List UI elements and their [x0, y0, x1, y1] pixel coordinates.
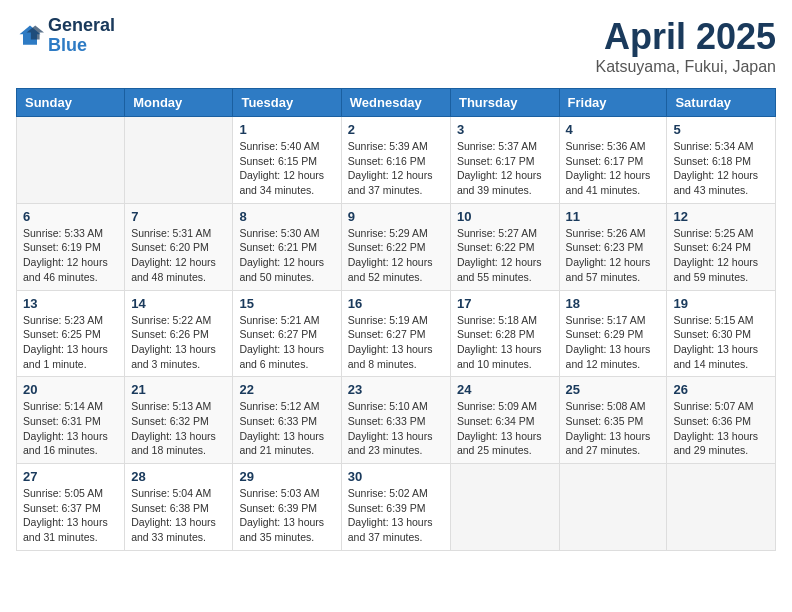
day-info: Sunrise: 5:15 AMSunset: 6:30 PMDaylight:… — [673, 313, 769, 372]
day-info: Sunrise: 5:07 AMSunset: 6:36 PMDaylight:… — [673, 399, 769, 458]
calendar-cell: 26Sunrise: 5:07 AMSunset: 6:36 PMDayligh… — [667, 377, 776, 464]
day-number: 28 — [131, 469, 226, 484]
calendar-cell: 30Sunrise: 5:02 AMSunset: 6:39 PMDayligh… — [341, 464, 450, 551]
calendar-cell — [125, 117, 233, 204]
calendar-table: SundayMondayTuesdayWednesdayThursdayFrid… — [16, 88, 776, 551]
calendar-cell: 6Sunrise: 5:33 AMSunset: 6:19 PMDaylight… — [17, 203, 125, 290]
day-number: 14 — [131, 296, 226, 311]
calendar-cell: 10Sunrise: 5:27 AMSunset: 6:22 PMDayligh… — [450, 203, 559, 290]
day-info: Sunrise: 5:19 AMSunset: 6:27 PMDaylight:… — [348, 313, 444, 372]
day-number: 25 — [566, 382, 661, 397]
day-number: 27 — [23, 469, 118, 484]
calendar-header-row: SundayMondayTuesdayWednesdayThursdayFrid… — [17, 89, 776, 117]
calendar-cell — [667, 464, 776, 551]
day-number: 9 — [348, 209, 444, 224]
day-info: Sunrise: 5:09 AMSunset: 6:34 PMDaylight:… — [457, 399, 553, 458]
day-number: 3 — [457, 122, 553, 137]
col-header-thursday: Thursday — [450, 89, 559, 117]
calendar-cell: 20Sunrise: 5:14 AMSunset: 6:31 PMDayligh… — [17, 377, 125, 464]
calendar-cell: 3Sunrise: 5:37 AMSunset: 6:17 PMDaylight… — [450, 117, 559, 204]
day-number: 20 — [23, 382, 118, 397]
calendar-cell: 9Sunrise: 5:29 AMSunset: 6:22 PMDaylight… — [341, 203, 450, 290]
day-number: 22 — [239, 382, 334, 397]
calendar-cell: 12Sunrise: 5:25 AMSunset: 6:24 PMDayligh… — [667, 203, 776, 290]
day-info: Sunrise: 5:23 AMSunset: 6:25 PMDaylight:… — [23, 313, 118, 372]
day-number: 19 — [673, 296, 769, 311]
day-number: 13 — [23, 296, 118, 311]
day-info: Sunrise: 5:37 AMSunset: 6:17 PMDaylight:… — [457, 139, 553, 198]
day-number: 29 — [239, 469, 334, 484]
logo: General Blue — [16, 16, 115, 56]
day-number: 11 — [566, 209, 661, 224]
day-number: 24 — [457, 382, 553, 397]
day-number: 30 — [348, 469, 444, 484]
day-info: Sunrise: 5:03 AMSunset: 6:39 PMDaylight:… — [239, 486, 334, 545]
calendar-cell: 27Sunrise: 5:05 AMSunset: 6:37 PMDayligh… — [17, 464, 125, 551]
calendar-week-5: 27Sunrise: 5:05 AMSunset: 6:37 PMDayligh… — [17, 464, 776, 551]
logo-blue-text: Blue — [48, 36, 115, 56]
calendar-cell: 15Sunrise: 5:21 AMSunset: 6:27 PMDayligh… — [233, 290, 341, 377]
day-info: Sunrise: 5:12 AMSunset: 6:33 PMDaylight:… — [239, 399, 334, 458]
calendar-cell: 11Sunrise: 5:26 AMSunset: 6:23 PMDayligh… — [559, 203, 667, 290]
calendar-cell: 25Sunrise: 5:08 AMSunset: 6:35 PMDayligh… — [559, 377, 667, 464]
day-info: Sunrise: 5:02 AMSunset: 6:39 PMDaylight:… — [348, 486, 444, 545]
calendar-week-2: 6Sunrise: 5:33 AMSunset: 6:19 PMDaylight… — [17, 203, 776, 290]
day-number: 10 — [457, 209, 553, 224]
day-number: 21 — [131, 382, 226, 397]
calendar-cell — [559, 464, 667, 551]
day-info: Sunrise: 5:22 AMSunset: 6:26 PMDaylight:… — [131, 313, 226, 372]
calendar-week-1: 1Sunrise: 5:40 AMSunset: 6:15 PMDaylight… — [17, 117, 776, 204]
col-header-monday: Monday — [125, 89, 233, 117]
calendar-cell: 24Sunrise: 5:09 AMSunset: 6:34 PMDayligh… — [450, 377, 559, 464]
calendar-cell: 4Sunrise: 5:36 AMSunset: 6:17 PMDaylight… — [559, 117, 667, 204]
day-info: Sunrise: 5:25 AMSunset: 6:24 PMDaylight:… — [673, 226, 769, 285]
day-number: 18 — [566, 296, 661, 311]
day-number: 16 — [348, 296, 444, 311]
calendar-cell: 29Sunrise: 5:03 AMSunset: 6:39 PMDayligh… — [233, 464, 341, 551]
month-title: April 2025 — [595, 16, 776, 58]
day-info: Sunrise: 5:08 AMSunset: 6:35 PMDaylight:… — [566, 399, 661, 458]
day-number: 4 — [566, 122, 661, 137]
day-info: Sunrise: 5:29 AMSunset: 6:22 PMDaylight:… — [348, 226, 444, 285]
calendar-week-3: 13Sunrise: 5:23 AMSunset: 6:25 PMDayligh… — [17, 290, 776, 377]
calendar-cell — [450, 464, 559, 551]
day-number: 17 — [457, 296, 553, 311]
day-info: Sunrise: 5:04 AMSunset: 6:38 PMDaylight:… — [131, 486, 226, 545]
day-number: 7 — [131, 209, 226, 224]
calendar-cell: 18Sunrise: 5:17 AMSunset: 6:29 PMDayligh… — [559, 290, 667, 377]
page-header: General Blue April 2025 Katsuyama, Fukui… — [16, 16, 776, 76]
day-info: Sunrise: 5:36 AMSunset: 6:17 PMDaylight:… — [566, 139, 661, 198]
col-header-tuesday: Tuesday — [233, 89, 341, 117]
day-info: Sunrise: 5:18 AMSunset: 6:28 PMDaylight:… — [457, 313, 553, 372]
col-header-friday: Friday — [559, 89, 667, 117]
day-info: Sunrise: 5:14 AMSunset: 6:31 PMDaylight:… — [23, 399, 118, 458]
day-number: 5 — [673, 122, 769, 137]
day-number: 2 — [348, 122, 444, 137]
col-header-wednesday: Wednesday — [341, 89, 450, 117]
day-info: Sunrise: 5:05 AMSunset: 6:37 PMDaylight:… — [23, 486, 118, 545]
calendar-cell: 7Sunrise: 5:31 AMSunset: 6:20 PMDaylight… — [125, 203, 233, 290]
day-number: 1 — [239, 122, 334, 137]
day-number: 15 — [239, 296, 334, 311]
logo-icon — [16, 22, 44, 50]
day-number: 26 — [673, 382, 769, 397]
day-info: Sunrise: 5:34 AMSunset: 6:18 PMDaylight:… — [673, 139, 769, 198]
day-info: Sunrise: 5:31 AMSunset: 6:20 PMDaylight:… — [131, 226, 226, 285]
day-info: Sunrise: 5:33 AMSunset: 6:19 PMDaylight:… — [23, 226, 118, 285]
calendar-cell: 14Sunrise: 5:22 AMSunset: 6:26 PMDayligh… — [125, 290, 233, 377]
calendar-cell — [17, 117, 125, 204]
calendar-week-4: 20Sunrise: 5:14 AMSunset: 6:31 PMDayligh… — [17, 377, 776, 464]
calendar-cell: 19Sunrise: 5:15 AMSunset: 6:30 PMDayligh… — [667, 290, 776, 377]
logo-text: General Blue — [48, 16, 115, 56]
col-header-saturday: Saturday — [667, 89, 776, 117]
day-info: Sunrise: 5:39 AMSunset: 6:16 PMDaylight:… — [348, 139, 444, 198]
logo-general-text: General — [48, 16, 115, 36]
col-header-sunday: Sunday — [17, 89, 125, 117]
day-info: Sunrise: 5:21 AMSunset: 6:27 PMDaylight:… — [239, 313, 334, 372]
day-info: Sunrise: 5:40 AMSunset: 6:15 PMDaylight:… — [239, 139, 334, 198]
day-info: Sunrise: 5:27 AMSunset: 6:22 PMDaylight:… — [457, 226, 553, 285]
day-number: 8 — [239, 209, 334, 224]
calendar-cell: 8Sunrise: 5:30 AMSunset: 6:21 PMDaylight… — [233, 203, 341, 290]
calendar-cell: 2Sunrise: 5:39 AMSunset: 6:16 PMDaylight… — [341, 117, 450, 204]
day-info: Sunrise: 5:26 AMSunset: 6:23 PMDaylight:… — [566, 226, 661, 285]
